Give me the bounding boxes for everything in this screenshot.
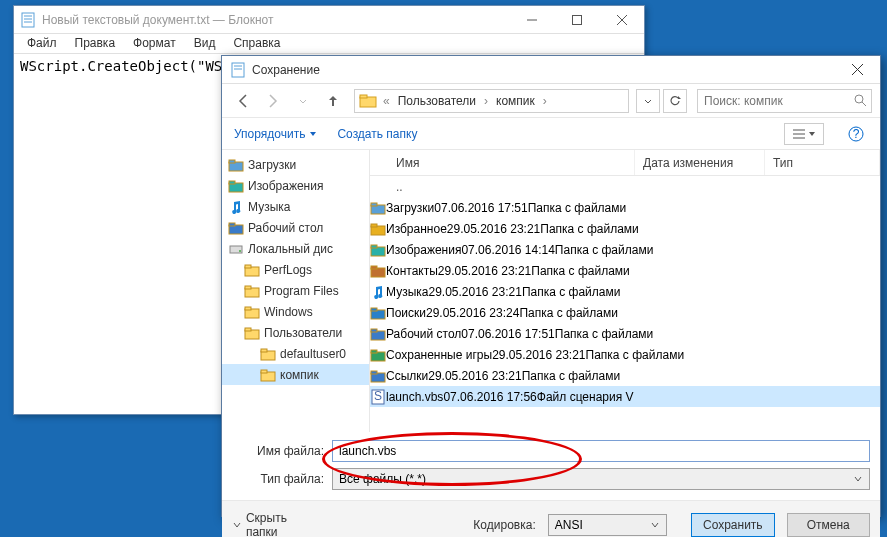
- view-button[interactable]: [784, 123, 824, 145]
- tree-item-label: PerfLogs: [264, 263, 312, 277]
- svg-rect-53: [371, 329, 377, 332]
- maximize-button[interactable]: [554, 6, 599, 34]
- tree-item[interactable]: компик: [222, 364, 369, 385]
- search-icon: [370, 305, 386, 321]
- file-date: 29.05.2016 23:24: [426, 306, 519, 320]
- file-row[interactable]: Музыка29.05.2016 23:21Папка с файлами: [370, 281, 880, 302]
- tree-item[interactable]: Загрузки: [222, 154, 369, 175]
- file-list-header[interactable]: Имя Дата изменения Тип: [370, 150, 880, 176]
- up-button[interactable]: [320, 88, 346, 114]
- svg-rect-37: [245, 328, 251, 331]
- notepad-menubar: Файл Правка Формат Вид Справка: [14, 34, 644, 54]
- file-row[interactable]: Загрузки07.06.2016 17:51Папка с файлами: [370, 197, 880, 218]
- tree-item[interactable]: defaultuser0: [222, 343, 369, 364]
- hide-folders-button[interactable]: Скрыть папки: [232, 511, 321, 538]
- menu-view[interactable]: Вид: [185, 34, 225, 53]
- file-row[interactable]: Контакты29.05.2016 23:21Папка с файлами: [370, 260, 880, 281]
- chevron-right-icon[interactable]: ›: [482, 94, 490, 108]
- tree-item-label: компик: [280, 368, 319, 382]
- minimize-button[interactable]: [509, 6, 554, 34]
- tree-item[interactable]: Локальный дис: [222, 238, 369, 259]
- recent-dropdown[interactable]: [290, 88, 316, 114]
- file-list[interactable]: Имя Дата изменения Тип .. Загрузки07.06.…: [370, 150, 880, 432]
- notepad-titlebar[interactable]: Новый текстовый документ.txt — Блокнот: [14, 6, 644, 34]
- file-date: 07.06.2016 14:14: [461, 243, 554, 257]
- file-name: launch.vbs: [386, 390, 443, 404]
- svg-point-15: [855, 95, 863, 103]
- help-button[interactable]: ?: [844, 122, 868, 146]
- file-type: Папка с файлами: [522, 369, 621, 383]
- save-dialog-titlebar[interactable]: Сохранение: [222, 56, 880, 84]
- file-row[interactable]: Рабочий стол07.06.2016 17:51Папка с файл…: [370, 323, 880, 344]
- file-row[interactable]: Ссылки29.05.2016 23:21Папка с файлами: [370, 365, 880, 386]
- close-button[interactable]: [599, 6, 644, 34]
- column-date[interactable]: Дата изменения: [635, 150, 765, 175]
- pictures-icon: [370, 242, 386, 258]
- bottom-bar: Скрыть папки Кодировка: ANSI Сохранить О…: [222, 500, 880, 537]
- file-date: 07.06.2016 17:51: [434, 201, 527, 215]
- tree-item[interactable]: Рабочий стол: [222, 217, 369, 238]
- tree-item[interactable]: Windows: [222, 301, 369, 322]
- breadcrumb-folder[interactable]: компик: [494, 94, 537, 108]
- tree-item[interactable]: Program Files: [222, 280, 369, 301]
- file-row[interactable]: Сохраненные игры29.05.2016 23:21Папка с …: [370, 344, 880, 365]
- vbs-icon: S: [370, 389, 386, 405]
- file-type: Папка с файлами: [528, 201, 627, 215]
- breadcrumb-root[interactable]: Пользователи: [396, 94, 478, 108]
- cancel-button[interactable]: Отмена: [787, 513, 870, 537]
- file-name: Музыка: [386, 285, 428, 299]
- chevron-icon[interactable]: «: [381, 94, 392, 108]
- encoding-label: Кодировка:: [473, 518, 535, 532]
- menu-file[interactable]: Файл: [18, 34, 66, 53]
- search-box[interactable]: [697, 89, 872, 113]
- favorites-icon: [370, 221, 386, 237]
- disk-icon: [228, 241, 244, 257]
- address-dropdown[interactable]: [636, 89, 660, 113]
- svg-rect-43: [371, 203, 377, 206]
- toolbar: Упорядочить Создать папку ?: [222, 118, 880, 150]
- filetype-combo[interactable]: Все файлы (*.*): [332, 468, 870, 490]
- chevron-right-icon[interactable]: ›: [541, 94, 549, 108]
- tree-item-label: Program Files: [264, 284, 339, 298]
- forward-button[interactable]: [260, 88, 286, 114]
- column-type[interactable]: Тип: [765, 150, 880, 175]
- encoding-value: ANSI: [555, 518, 583, 532]
- up-folder-row[interactable]: ..: [370, 176, 880, 197]
- file-name: Контакты: [386, 264, 438, 278]
- filename-input[interactable]: [332, 440, 870, 462]
- encoding-combo[interactable]: ANSI: [548, 514, 667, 536]
- organize-button[interactable]: Упорядочить: [234, 127, 317, 141]
- desktop-icon: [370, 326, 386, 342]
- close-button[interactable]: [835, 56, 880, 84]
- filetype-label: Тип файла:: [232, 472, 332, 486]
- save-button[interactable]: Сохранить: [691, 513, 774, 537]
- address-bar[interactable]: « Пользователи › компик ›: [354, 89, 629, 113]
- svg-rect-45: [371, 224, 377, 227]
- svg-rect-35: [245, 307, 251, 310]
- downloads-icon: [228, 157, 244, 173]
- chevron-down-icon: [650, 520, 660, 530]
- svg-rect-31: [245, 265, 251, 268]
- search-input[interactable]: [704, 94, 854, 108]
- tree-item[interactable]: PerfLogs: [222, 259, 369, 280]
- file-row[interactable]: Поиски29.05.2016 23:24Папка с файлами: [370, 302, 880, 323]
- tree-item[interactable]: Изображения: [222, 175, 369, 196]
- svg-text:?: ?: [853, 127, 860, 141]
- column-name[interactable]: Имя: [370, 150, 635, 175]
- file-row[interactable]: Slaunch.vbs07.06.2016 17:56Файл сценария…: [370, 386, 880, 407]
- tree-item-label: Изображения: [248, 179, 323, 193]
- tree-item[interactable]: Музыка: [222, 196, 369, 217]
- menu-help[interactable]: Справка: [224, 34, 289, 53]
- menu-edit[interactable]: Правка: [66, 34, 125, 53]
- refresh-button[interactable]: [663, 89, 687, 113]
- filename-label: Имя файла:: [232, 444, 332, 458]
- menu-format[interactable]: Формат: [124, 34, 185, 53]
- new-folder-button[interactable]: Создать папку: [337, 127, 417, 141]
- folder-tree[interactable]: ЗагрузкиИзображенияМузыкаРабочий столЛок…: [222, 150, 370, 432]
- file-row[interactable]: Избранное29.05.2016 23:21Папка с файлами: [370, 218, 880, 239]
- chevron-down-icon: [232, 520, 242, 530]
- file-name: Поиски: [386, 306, 426, 320]
- tree-item[interactable]: Пользователи: [222, 322, 369, 343]
- back-button[interactable]: [230, 88, 256, 114]
- file-row[interactable]: Изображения07.06.2016 14:14Папка с файла…: [370, 239, 880, 260]
